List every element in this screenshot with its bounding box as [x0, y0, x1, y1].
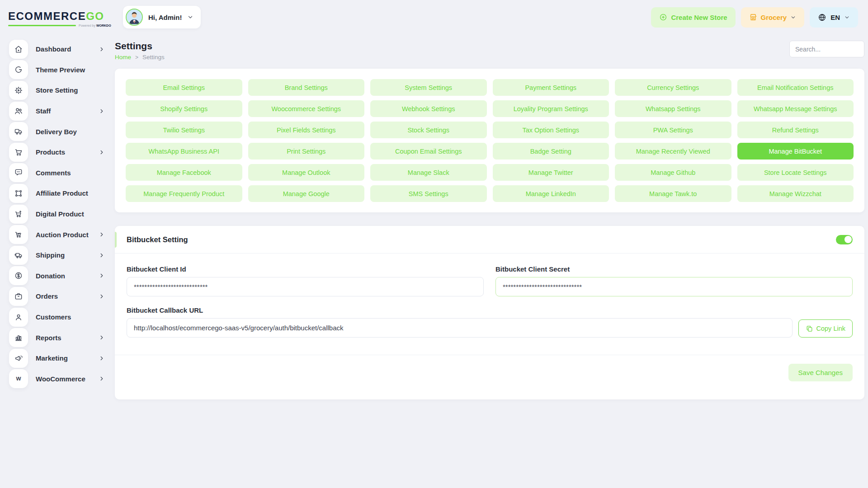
sidebar-item-label: Customers: [36, 313, 105, 321]
callback-url-label: Bitbucket Callback URL: [127, 306, 793, 314]
store-switcher-button[interactable]: Grocery: [741, 7, 805, 28]
settings-nav-whatsapp-settings[interactable]: Whatsapp Settings: [615, 100, 731, 117]
panel-accent-bar: [115, 232, 117, 248]
chevron-right-icon: [99, 46, 105, 52]
home-icon: [9, 40, 28, 59]
settings-nav-print-settings[interactable]: Print Settings: [248, 143, 365, 160]
sidebar-item-customers[interactable]: Customers: [9, 307, 105, 328]
settings-nav-grid: Email SettingsBrand SettingsSystem Setti…: [126, 79, 854, 202]
sidebar-item-store-setting[interactable]: Store Setting: [9, 80, 105, 101]
sidebar-item-auction-product[interactable]: Auction Product: [9, 224, 105, 245]
sidebar-item-donation[interactable]: Donation: [9, 266, 105, 286]
settings-nav-manage-tawk-to[interactable]: Manage Tawk.to: [615, 185, 731, 202]
settings-nav-whatsapp-business-api[interactable]: WhatsApp Business API: [126, 143, 242, 160]
sidebar-item-label: Auction Product: [36, 231, 91, 239]
create-new-store-button[interactable]: Create New Store: [651, 7, 735, 28]
dollar-circle-icon: [9, 266, 28, 285]
settings-nav-webhook-settings[interactable]: Webhook Settings: [370, 100, 487, 117]
sidebar-item-staff[interactable]: Staff: [9, 101, 105, 122]
panel-title: Bitbucket Setting: [127, 235, 188, 244]
settings-nav-woocommerce-settings[interactable]: Woocommerce Settings: [248, 100, 365, 117]
client-id-input[interactable]: [127, 277, 484, 296]
settings-nav-badge-setting[interactable]: Badge Setting: [493, 143, 609, 160]
save-changes-button[interactable]: Save Changes: [788, 364, 853, 381]
settings-nav-manage-twitter[interactable]: Manage Twitter: [493, 164, 609, 181]
woocommerce-icon: W: [9, 369, 28, 388]
sidebar-item-reports[interactable]: Reports: [9, 327, 105, 348]
chevron-right-icon: [99, 149, 105, 155]
shipping-truck-icon: [9, 246, 28, 265]
chevron-right-icon: [99, 108, 105, 114]
settings-nav-manage-linkedin[interactable]: Manage LinkedIn: [493, 185, 609, 202]
network-icon: [9, 184, 28, 203]
settings-nav-stock-settings[interactable]: Stock Settings: [370, 122, 487, 138]
settings-nav-card: Email SettingsBrand SettingsSystem Setti…: [115, 69, 864, 212]
sidebar-item-products[interactable]: Products: [9, 142, 105, 163]
sidebar-item-marketing[interactable]: Marketing: [9, 348, 105, 369]
settings-nav-store-locate-settings[interactable]: Store Locate Settings: [737, 164, 854, 181]
settings-nav-twilio-settings[interactable]: Twilio Settings: [126, 122, 242, 138]
sidebar-item-label: Products: [36, 148, 91, 156]
callback-url-input[interactable]: [127, 318, 793, 338]
briefcase-icon: [9, 287, 28, 306]
settings-nav-manage-github[interactable]: Manage Github: [615, 164, 731, 181]
settings-nav-manage-recently-viewed[interactable]: Manage Recently Viewed: [615, 143, 731, 160]
chevron-right-icon: [99, 293, 105, 300]
settings-nav-brand-settings[interactable]: Brand Settings: [248, 79, 365, 96]
sidebar-item-woocommerce[interactable]: WWooCommerce: [9, 369, 105, 389]
settings-nav-pwa-settings[interactable]: PWA Settings: [615, 122, 731, 138]
breadcrumb-home-link[interactable]: Home: [115, 54, 131, 61]
settings-nav-coupon-email-settings[interactable]: Coupon Email Settings: [370, 143, 487, 160]
settings-nav-email-settings[interactable]: Email Settings: [126, 79, 242, 96]
settings-nav-manage-facebook[interactable]: Manage Facebook: [126, 164, 242, 181]
settings-nav-system-settings[interactable]: System Settings: [370, 79, 487, 96]
megaphone-icon: [9, 349, 28, 368]
sidebar-item-digital-product[interactable]: Digital Product: [9, 204, 105, 225]
sidebar-item-dashboard[interactable]: Dashboard: [9, 39, 105, 60]
top-bar: ECOMMERCEGO Powered by WORKDO Hi, Admin!: [0, 0, 868, 34]
settings-nav-pixel-fields-settings[interactable]: Pixel Fields Settings: [248, 122, 365, 138]
sidebar-item-shipping[interactable]: Shipping: [9, 245, 105, 266]
settings-nav-manage-slack[interactable]: Manage Slack: [370, 164, 487, 181]
settings-nav-email-notification-settings[interactable]: Email Notification Settings: [737, 79, 854, 96]
settings-nav-manage-bitbucket[interactable]: Manage BitBucket: [737, 143, 854, 160]
bitbucket-enable-toggle[interactable]: [836, 235, 853, 244]
page-title: Settings: [115, 41, 165, 52]
sidebar-item-label: Reports: [36, 334, 91, 342]
settings-nav-manage-wizzchat[interactable]: Manage Wizzchat: [737, 185, 854, 202]
chat-bubble-icon: [9, 163, 28, 182]
settings-nav-manage-google[interactable]: Manage Google: [248, 185, 365, 202]
sidebar-item-label: Shipping: [36, 251, 91, 259]
sidebar-item-delivery-boy[interactable]: Delivery Boy: [9, 121, 105, 142]
copy-icon: [806, 325, 813, 333]
settings-nav-currency-settings[interactable]: Currency Settings: [615, 79, 731, 96]
settings-nav-manage-frequently-product[interactable]: Manage Frequently Product: [126, 185, 242, 202]
sidebar-item-label: Store Setting: [36, 86, 105, 94]
sidebar-item-label: Theme Preview: [36, 66, 105, 74]
settings-nav-shopify-settings[interactable]: Shopify Settings: [126, 100, 242, 117]
settings-nav-tax-option-settings[interactable]: Tax Option Settings: [493, 122, 609, 138]
sidebar-item-comments[interactable]: Comments: [9, 163, 105, 183]
copy-link-button[interactable]: Copy Link: [798, 319, 853, 338]
sidebar-item-affiliate-product[interactable]: Affiliate Product: [9, 183, 105, 204]
search-input[interactable]: [789, 41, 864, 57]
settings-nav-loyality-program-settings[interactable]: Loyality Program Settings: [493, 100, 609, 117]
settings-nav-whatsapp-message-settings[interactable]: Whatsapp Message Settings: [737, 100, 854, 117]
gear-icon: [9, 81, 28, 100]
settings-nav-payment-settings[interactable]: Payment Settings: [493, 79, 609, 96]
sidebar-item-label: Comments: [36, 169, 105, 177]
client-secret-input[interactable]: [495, 277, 853, 296]
user-menu[interactable]: Hi, Admin!: [123, 6, 201, 28]
sidebar-item-label: Delivery Boy: [36, 128, 105, 136]
settings-nav-sms-settings[interactable]: SMS Settings: [370, 185, 487, 202]
settings-nav-refund-settings[interactable]: Refund Settings: [737, 122, 854, 138]
delivery-truck-icon: [9, 122, 28, 141]
sidebar-item-label: Digital Product: [36, 210, 105, 218]
sidebar-item-orders[interactable]: Orders: [9, 286, 105, 307]
settings-nav-manage-outlook[interactable]: Manage Outlook: [248, 164, 365, 181]
chevron-right-icon: [99, 252, 105, 258]
brand-logo[interactable]: ECOMMERCEGO Powered by WORKDO: [8, 7, 123, 27]
client-id-label: Bitbucket Client Id: [127, 265, 484, 273]
sidebar-item-theme-preview[interactable]: Theme Preview: [9, 60, 105, 80]
language-selector[interactable]: EN: [810, 7, 858, 28]
